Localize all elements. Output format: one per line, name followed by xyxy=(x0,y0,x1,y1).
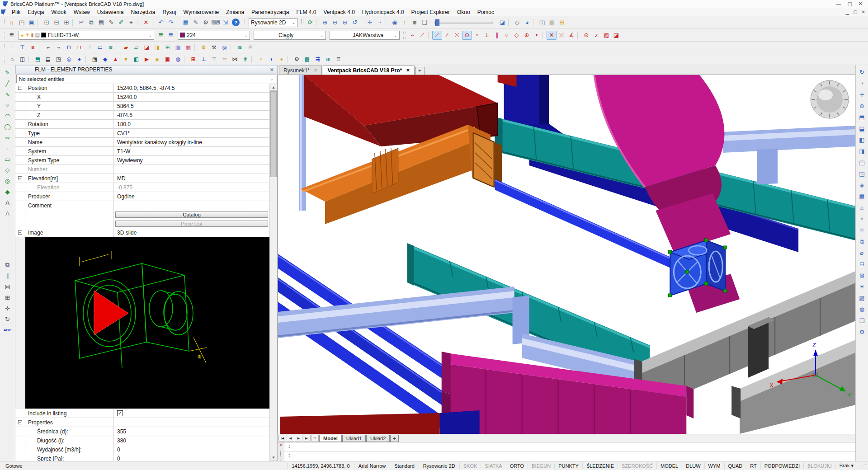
property-value[interactable]: 355 xyxy=(114,427,269,436)
snap-insertion-icon[interactable]: ⊕ xyxy=(522,31,532,40)
toolbar-grip[interactable] xyxy=(301,19,303,26)
property-value[interactable]: 0 xyxy=(114,454,269,461)
layout-next-button[interactable]: ▶ xyxy=(295,435,302,442)
flm-flex-duct-icon[interactable]: ≋ xyxy=(235,43,245,52)
named-views-icon[interactable]: ▦ xyxy=(857,191,867,202)
clip-icon[interactable]: ⊠ xyxy=(857,270,867,281)
view-front-icon[interactable]: ◰ xyxy=(857,157,867,168)
vp-round-duct-icon[interactable]: ◎ xyxy=(64,55,74,64)
property-value[interactable]: -874.5 xyxy=(114,111,269,119)
expand-toggle[interactable]: − xyxy=(18,86,22,90)
viewport-3d-scene[interactable]: X Y Z xyxy=(278,75,855,434)
text-multiline-icon[interactable]: A xyxy=(2,208,14,219)
snap-perpendicular-icon[interactable]: ⊥ xyxy=(482,31,492,40)
flm-horizontal-duct-icon[interactable]: ⊤ xyxy=(17,43,28,52)
layout-list-icon[interactable]: ⊟ xyxy=(311,435,319,442)
status-toggle[interactable]: ORTO xyxy=(506,463,528,469)
flm-duct-cap-icon[interactable]: ▦ xyxy=(183,43,193,52)
zoom-previous-icon[interactable]: ↺ xyxy=(350,18,360,27)
document-tab[interactable]: Ventpack BricsCAD V18 Pro* ✕ xyxy=(323,66,414,75)
command-input[interactable]: : xyxy=(284,452,855,461)
snap-point-icon[interactable]: • xyxy=(532,31,542,40)
vp-drop-icon[interactable]: ⊤ xyxy=(209,55,219,64)
snap-tracking-icon[interactable]: ⌁ xyxy=(407,31,417,40)
flm-dim-box-icon[interactable]: ▭ xyxy=(95,43,105,52)
flm-list-icon[interactable]: ≣ xyxy=(245,43,255,52)
close-button[interactable]: ✕ xyxy=(859,1,863,7)
vp-supply-icon[interactable]: ▲ xyxy=(110,55,121,64)
draw-sketch-icon[interactable]: ✎ xyxy=(2,67,14,78)
resize-grip[interactable]: ⋰ xyxy=(857,463,868,469)
flm-duct-outline-icon[interactable]: ▱ xyxy=(131,43,142,52)
flm-vertical-duct-icon[interactable]: ⊥ xyxy=(7,43,17,52)
measure-icon[interactable]: ⌀ xyxy=(857,247,867,258)
snap-endpoint-icon[interactable]: ⟋ xyxy=(432,31,442,40)
menu-item[interactable]: Ventpack 4.0 xyxy=(320,9,358,15)
view-pan-icon[interactable]: ✛ xyxy=(857,89,867,100)
vp-panel-icon[interactable]: ◫ xyxy=(17,55,28,64)
layout-tab[interactable]: Model xyxy=(319,435,342,442)
include-in-listing-checkbox[interactable]: ✓ xyxy=(117,410,123,416)
status-toggle[interactable]: SIATKA xyxy=(481,463,505,469)
status-toggle[interactable]: PODPOWIEDZI xyxy=(760,463,803,469)
menu-item[interactable]: Okno xyxy=(453,9,474,15)
flm-levels-icon[interactable]: ≡ xyxy=(28,43,38,52)
close-tab-icon[interactable]: ✕ xyxy=(314,68,317,73)
vp-settings-icon[interactable]: ⚙ xyxy=(292,55,302,64)
draw-polygon-icon[interactable]: ◇ xyxy=(2,164,14,175)
flm-duct-elbow-icon[interactable]: ◪ xyxy=(142,43,152,52)
menu-item[interactable]: Widok xyxy=(47,9,70,15)
status-dim-style[interactable]: Standard xyxy=(390,463,419,469)
menu-item[interactable]: Narzędzia xyxy=(127,9,159,15)
menu-item[interactable]: Rysuj xyxy=(159,9,179,15)
status-coordinates[interactable]: 14156.1959, 2496.1783, 0 xyxy=(287,463,354,469)
close-tab-icon[interactable]: ✕ xyxy=(406,68,410,73)
draw-point-icon[interactable]: · xyxy=(2,143,14,154)
vp-flow-icon[interactable]: ▶ xyxy=(142,55,152,64)
settings-gear-icon[interactable]: ⚙ xyxy=(201,18,211,27)
vp-return-icon[interactable]: ▼ xyxy=(121,55,131,64)
snap-apparent-intersection-icon[interactable]: ⤫ xyxy=(557,31,566,40)
toolbar-grip[interactable] xyxy=(3,19,5,26)
property-value[interactable]: Wentylator kanałowy okrągły in-line xyxy=(114,138,269,146)
snap-extension-icon[interactable]: ∡ xyxy=(566,31,576,40)
selected-entities-dropdown[interactable]: No selected entities ⌄ xyxy=(16,75,276,83)
status-toggle[interactable]: SKOK xyxy=(459,463,481,469)
render-icon[interactable]: ❑ xyxy=(420,18,429,27)
snap-z-axis-icon[interactable]: z xyxy=(591,31,601,40)
box-view-icon[interactable]: ◇ xyxy=(512,18,522,27)
property-value[interactable]: 3D slide xyxy=(114,228,269,237)
modify-offset-icon[interactable]: ∥ xyxy=(2,270,14,281)
flm-dim-align-icon[interactable]: ⌐ xyxy=(43,43,53,52)
delete-icon[interactable]: ✕ xyxy=(141,18,151,27)
layers-panel-icon[interactable]: ≣ xyxy=(7,31,17,40)
snap-node-icon[interactable]: ▫ xyxy=(472,31,482,40)
window-split-icon[interactable]: ◫ xyxy=(537,18,547,27)
mdi-minimize-button[interactable]: ▁ xyxy=(845,9,849,14)
camera-icon[interactable]: ◙ xyxy=(410,18,420,27)
menu-item[interactable]: Ustawienia xyxy=(94,9,127,15)
view-rotate-icon[interactable]: ↻ xyxy=(857,66,867,78)
new-sheet-icon[interactable]: ▥ xyxy=(547,18,557,27)
flm-duct-cross-icon[interactable]: ⊞ xyxy=(162,43,173,52)
property-value[interactable]: Wywiewny xyxy=(114,156,269,164)
status-toggle[interactable]: QUAD xyxy=(724,463,746,469)
open-file-icon[interactable]: ◳ xyxy=(17,18,27,27)
restore-button[interactable]: ▢ xyxy=(847,1,852,7)
vp-diffuser-icon[interactable]: ◆ xyxy=(100,55,110,64)
ucs-entity-icon[interactable]: ⌖ xyxy=(857,213,867,225)
vp-room-icon[interactable]: ⌂ xyxy=(7,55,17,64)
panel-scrollbar[interactable]: ▲ ▼ xyxy=(269,84,277,461)
flm-duct-tee-icon[interactable]: ◨ xyxy=(152,43,162,52)
lineweight-dropdown[interactable]: JAKWarstwa ⌄ xyxy=(330,31,400,40)
save-icon[interactable]: ▣ xyxy=(27,18,37,27)
view-left-icon[interactable]: ◧ xyxy=(857,134,867,146)
expand-toggle[interactable]: − xyxy=(18,176,22,180)
vp-grille-icon[interactable]: ◈ xyxy=(152,55,162,64)
draw-circle-icon[interactable]: ○ xyxy=(2,99,14,110)
vp-rotate-icon[interactable]: ◔ xyxy=(255,55,266,64)
mdi-restore-button[interactable]: ▢ xyxy=(853,9,857,14)
help-icon[interactable]: ? xyxy=(232,19,240,26)
layer-dropdown[interactable]: ●☀▮▤ FLUID-T1-W ⌄ xyxy=(19,31,154,40)
vp-flex-icon[interactable]: ≋ xyxy=(323,55,333,64)
